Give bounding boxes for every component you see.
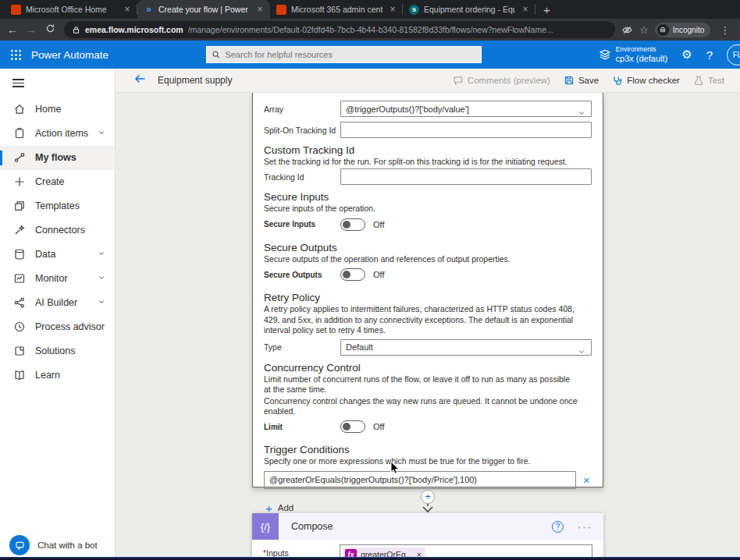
mouse-cursor bbox=[390, 461, 400, 478]
trigger-settings-panel: Array Split-On Tracking Id Custom Tracki… bbox=[252, 93, 603, 487]
compose-card-header[interactable]: {/} Compose ? ··· bbox=[252, 513, 603, 540]
sidebar-item-templates[interactable]: Templates bbox=[0, 194, 115, 218]
type-label: Type bbox=[264, 342, 340, 352]
back-icon[interactable]: ← bbox=[3, 23, 22, 36]
back-button[interactable] bbox=[134, 73, 147, 88]
custom-tracking-id-description: Set the tracking id for the run. For spl… bbox=[253, 157, 603, 167]
sidebar-item-create[interactable]: Create bbox=[0, 170, 115, 194]
retry-type-dropdown[interactable] bbox=[340, 339, 592, 356]
split-on-tracking-id-field[interactable] bbox=[340, 122, 592, 138]
solutions-icon bbox=[13, 345, 26, 357]
help-search-box[interactable] bbox=[206, 46, 482, 63]
admin-favicon-icon bbox=[276, 5, 286, 15]
chevron-down-icon bbox=[98, 273, 105, 284]
sidebar-item-ai-builder[interactable]: AI Builder bbox=[0, 291, 115, 315]
concurrency-description-1: Limit number of concurrent runs of the f… bbox=[253, 374, 589, 395]
browser-menu-kebab-icon[interactable]: ⋮ bbox=[720, 24, 730, 36]
split-on-tracking-id-input[interactable] bbox=[341, 122, 591, 137]
search-input[interactable] bbox=[225, 50, 476, 59]
tab-title: Microsoft 365 admin cente bbox=[291, 5, 382, 14]
limit-state: Off bbox=[373, 422, 384, 431]
compose-title: Compose bbox=[291, 521, 552, 532]
app-title[interactable]: Power Automate bbox=[31, 49, 109, 61]
power-automate-favicon-icon: » bbox=[144, 5, 154, 15]
compose-menu-ellipsis-icon[interactable]: ··· bbox=[578, 521, 592, 533]
sidebar-item-home[interactable]: Home bbox=[0, 97, 115, 122]
tracking-id-field[interactable] bbox=[340, 168, 592, 185]
templates-icon bbox=[13, 200, 26, 212]
test-button[interactable]: Test bbox=[693, 75, 724, 86]
tab-close-icon[interactable]: × bbox=[387, 4, 398, 15]
tracking-id-input[interactable] bbox=[341, 169, 591, 184]
help-icon[interactable]: ? bbox=[706, 48, 713, 62]
beaker-icon bbox=[693, 75, 704, 86]
forward-icon[interactable]: → bbox=[22, 23, 41, 36]
flow-checker-button[interactable]: Flow checker bbox=[612, 75, 680, 86]
settings-gear-icon[interactable]: ⚙ bbox=[681, 48, 692, 62]
flow-icon bbox=[13, 151, 26, 164]
arrow-down-icon bbox=[422, 504, 434, 513]
connectors-icon bbox=[13, 224, 26, 236]
tab-office-home[interactable]: Microsoft Office Home × bbox=[5, 0, 137, 19]
chat-bubble-icon bbox=[9, 535, 30, 555]
tab-close-icon[interactable]: × bbox=[122, 4, 133, 15]
split-on-tracking-id-label: Split-On Tracking Id bbox=[264, 126, 340, 135]
chat-with-bot-button[interactable]: Chat with a bot bbox=[0, 535, 116, 555]
environment-picker[interactable]: Environments cp3x (default) bbox=[599, 46, 668, 63]
trigger-conditions-description: Specify one or more expressions which mu… bbox=[253, 456, 603, 466]
tab-admin-center[interactable]: Microsoft 365 admin cente × bbox=[270, 0, 403, 19]
sidebar-item-solutions[interactable]: Solutions bbox=[0, 339, 115, 363]
trigger-condition-input[interactable] bbox=[265, 475, 575, 484]
tracking-protection-eye-slash-icon[interactable] bbox=[621, 24, 633, 36]
array-combobox[interactable] bbox=[340, 101, 592, 117]
sidebar-item-data[interactable]: Data bbox=[0, 243, 115, 267]
account-avatar[interactable]: FL bbox=[727, 44, 740, 66]
flow-designer-toolbar: Equipment supply Comments (preview) Save… bbox=[116, 69, 740, 93]
plus-icon bbox=[13, 175, 26, 188]
office-favicon-icon bbox=[11, 5, 21, 15]
tab-close-icon[interactable]: × bbox=[520, 4, 531, 15]
limit-toggle[interactable] bbox=[340, 420, 365, 433]
chevron-down-icon bbox=[578, 345, 585, 359]
tab-equipment-ordering[interactable]: s Equipment ordering - Equi × bbox=[403, 0, 535, 19]
tab-close-icon[interactable]: × bbox=[254, 4, 265, 15]
search-icon bbox=[212, 50, 220, 59]
secure-outputs-state: Off bbox=[373, 270, 384, 279]
secure-outputs-toggle[interactable] bbox=[340, 268, 365, 281]
lock-icon bbox=[72, 26, 80, 34]
environments-label: Environments bbox=[616, 46, 668, 54]
comments-button[interactable]: Comments (preview) bbox=[453, 75, 550, 86]
window-bottom-edge bbox=[0, 557, 740, 560]
secure-inputs-toggle[interactable] bbox=[340, 218, 365, 231]
new-tab-button[interactable]: + bbox=[543, 3, 550, 16]
tab-title: Equipment ordering - Equi bbox=[424, 5, 515, 14]
sidebar-item-action-items[interactable]: Action items bbox=[0, 122, 115, 146]
compose-help-icon[interactable]: ? bbox=[552, 521, 564, 533]
app-header: Power Automate Environments cp3x (defaul… bbox=[0, 41, 740, 69]
sidebar-item-connectors[interactable]: Connectors bbox=[0, 218, 115, 243]
secure-inputs-heading: Secure Inputs bbox=[253, 191, 603, 203]
save-button[interactable]: Save bbox=[564, 75, 599, 86]
secure-inputs-description: Secure inputs of the operation. bbox=[253, 204, 603, 214]
retry-policy-heading: Retry Policy bbox=[253, 292, 603, 303]
sidebar-item-my-flows[interactable]: My flows bbox=[0, 146, 115, 170]
chevron-down-icon bbox=[578, 106, 585, 120]
sidebar-item-monitor[interactable]: Monitor bbox=[0, 267, 115, 291]
tab-create-flow-active[interactable]: » Create your flow | Power A × bbox=[137, 0, 270, 19]
reload-icon[interactable] bbox=[41, 23, 59, 36]
compose-action-card[interactable]: {/} Compose ? ··· *Inputs fx greaterOrEq… bbox=[252, 513, 603, 560]
retry-type-value[interactable] bbox=[341, 340, 591, 355]
url-field[interactable]: emea.flow.microsoft.com/manage/environme… bbox=[64, 21, 615, 38]
tracking-id-label: Tracking Id bbox=[264, 172, 340, 182]
app-launcher-waffle-icon[interactable] bbox=[0, 49, 31, 61]
delete-condition-icon[interactable]: × bbox=[583, 473, 590, 487]
array-value-input[interactable] bbox=[341, 101, 591, 116]
sidebar-collapse-hamburger-icon[interactable] bbox=[0, 69, 115, 97]
concurrency-description-2: Concurrency control changes the way new … bbox=[253, 396, 589, 417]
bookmark-star-icon[interactable]: ☆ bbox=[639, 24, 649, 36]
insert-step-plus-button[interactable]: + bbox=[421, 490, 435, 504]
array-label: Array bbox=[264, 105, 340, 114]
trigger-condition-field[interactable] bbox=[264, 471, 576, 489]
sidebar-item-learn[interactable]: Learn bbox=[0, 363, 115, 388]
sidebar-item-process-advisor[interactable]: Process advisor bbox=[0, 315, 115, 339]
